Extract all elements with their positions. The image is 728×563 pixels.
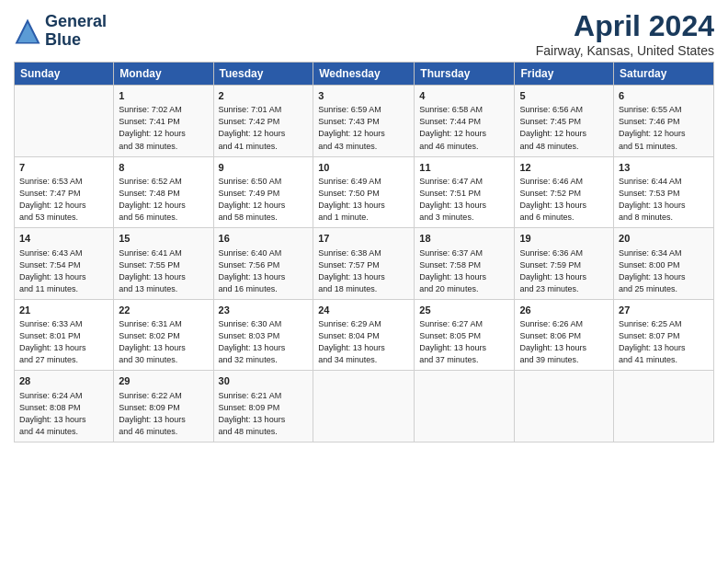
day-number: 27 [619, 304, 709, 317]
col-header-friday: Friday [515, 63, 614, 86]
day-cell: 23Sunrise: 6:30 AM Sunset: 8:03 PM Dayli… [213, 299, 313, 371]
day-number: 24 [318, 304, 409, 317]
day-info: Sunrise: 6:21 AM Sunset: 8:09 PM Dayligh… [219, 390, 309, 438]
day-info: Sunrise: 6:55 AM Sunset: 7:46 PM Dayligh… [619, 104, 709, 152]
day-cell [15, 86, 114, 157]
day-cell: 7Sunrise: 6:53 AM Sunset: 7:47 PM Daylig… [15, 156, 114, 228]
day-info: Sunrise: 6:37 AM Sunset: 7:58 PM Dayligh… [419, 247, 509, 295]
day-cell: 29Sunrise: 6:22 AM Sunset: 8:09 PM Dayli… [114, 371, 213, 442]
day-cell [515, 371, 614, 442]
day-number: 2 [219, 89, 309, 103]
day-cell: 6Sunrise: 6:55 AM Sunset: 7:46 PM Daylig… [614, 86, 714, 157]
day-number: 29 [119, 374, 208, 388]
day-cell: 25Sunrise: 6:27 AM Sunset: 8:05 PM Dayli… [415, 299, 515, 371]
day-number: 23 [219, 304, 309, 317]
day-cell: 16Sunrise: 6:40 AM Sunset: 7:56 PM Dayli… [213, 228, 313, 300]
week-row-2: 7Sunrise: 6:53 AM Sunset: 7:47 PM Daylig… [15, 156, 714, 228]
day-number: 20 [619, 232, 709, 246]
day-info: Sunrise: 6:59 AM Sunset: 7:43 PM Dayligh… [318, 104, 409, 152]
day-info: Sunrise: 7:01 AM Sunset: 7:42 PM Dayligh… [219, 104, 309, 152]
day-info: Sunrise: 6:25 AM Sunset: 8:07 PM Dayligh… [619, 318, 709, 366]
day-number: 4 [419, 89, 509, 103]
day-number: 16 [219, 232, 309, 246]
day-cell: 11Sunrise: 6:47 AM Sunset: 7:51 PM Dayli… [415, 156, 515, 228]
day-cell: 20Sunrise: 6:34 AM Sunset: 8:00 PM Dayli… [614, 228, 714, 300]
day-number: 10 [318, 161, 409, 175]
header: General Blue April 2024 Fairway, Kansas,… [14, 9, 714, 58]
day-cell: 22Sunrise: 6:31 AM Sunset: 8:02 PM Dayli… [114, 299, 213, 371]
day-number: 12 [519, 161, 609, 175]
col-header-monday: Monday [114, 63, 213, 86]
day-cell: 9Sunrise: 6:50 AM Sunset: 7:49 PM Daylig… [213, 156, 313, 228]
subtitle: Fairway, Kansas, United States [536, 43, 714, 58]
logo: General Blue [14, 13, 107, 50]
day-info: Sunrise: 6:31 AM Sunset: 8:02 PM Dayligh… [119, 318, 208, 366]
day-info: Sunrise: 6:34 AM Sunset: 8:00 PM Dayligh… [619, 247, 709, 295]
col-header-wednesday: Wednesday [313, 63, 415, 86]
day-cell: 8Sunrise: 6:52 AM Sunset: 7:48 PM Daylig… [114, 156, 213, 228]
day-cell: 17Sunrise: 6:38 AM Sunset: 7:57 PM Dayli… [313, 228, 415, 300]
day-info: Sunrise: 7:02 AM Sunset: 7:41 PM Dayligh… [119, 104, 208, 152]
day-info: Sunrise: 6:58 AM Sunset: 7:44 PM Dayligh… [419, 104, 509, 152]
day-cell: 24Sunrise: 6:29 AM Sunset: 8:04 PM Dayli… [313, 299, 415, 371]
day-info: Sunrise: 6:36 AM Sunset: 7:59 PM Dayligh… [519, 247, 609, 295]
day-info: Sunrise: 6:56 AM Sunset: 7:45 PM Dayligh… [519, 104, 609, 152]
day-cell: 10Sunrise: 6:49 AM Sunset: 7:50 PM Dayli… [313, 156, 415, 228]
day-cell [614, 371, 714, 442]
day-info: Sunrise: 6:53 AM Sunset: 7:47 PM Dayligh… [19, 176, 108, 224]
day-cell: 15Sunrise: 6:41 AM Sunset: 7:55 PM Dayli… [114, 228, 213, 300]
week-row-5: 28Sunrise: 6:24 AM Sunset: 8:08 PM Dayli… [15, 371, 714, 442]
day-cell: 27Sunrise: 6:25 AM Sunset: 8:07 PM Dayli… [614, 299, 714, 371]
logo-text: General Blue [45, 13, 107, 50]
day-info: Sunrise: 6:40 AM Sunset: 7:56 PM Dayligh… [219, 247, 309, 295]
day-cell: 12Sunrise: 6:46 AM Sunset: 7:52 PM Dayli… [515, 156, 614, 228]
day-number: 6 [619, 89, 709, 103]
day-number: 11 [419, 161, 509, 175]
day-info: Sunrise: 6:44 AM Sunset: 7:53 PM Dayligh… [619, 176, 709, 224]
day-cell [313, 371, 415, 442]
day-number: 17 [318, 232, 409, 246]
calendar-table: SundayMondayTuesdayWednesdayThursdayFrid… [14, 62, 714, 442]
day-cell: 4Sunrise: 6:58 AM Sunset: 7:44 PM Daylig… [415, 86, 515, 157]
day-info: Sunrise: 6:43 AM Sunset: 7:54 PM Dayligh… [19, 247, 108, 295]
logo-icon [14, 17, 41, 45]
day-number: 9 [219, 161, 309, 175]
day-number: 14 [19, 232, 108, 246]
day-number: 22 [119, 304, 208, 317]
main-title: April 2024 [536, 9, 714, 43]
day-cell: 18Sunrise: 6:37 AM Sunset: 7:58 PM Dayli… [415, 228, 515, 300]
day-info: Sunrise: 6:24 AM Sunset: 8:08 PM Dayligh… [19, 390, 108, 438]
week-row-4: 21Sunrise: 6:33 AM Sunset: 8:01 PM Dayli… [15, 299, 714, 371]
title-block: April 2024 Fairway, Kansas, United State… [536, 9, 714, 58]
day-info: Sunrise: 6:41 AM Sunset: 7:55 PM Dayligh… [119, 247, 208, 295]
day-info: Sunrise: 6:30 AM Sunset: 8:03 PM Dayligh… [219, 318, 309, 366]
day-number: 25 [419, 304, 509, 317]
day-number: 13 [619, 161, 709, 175]
day-info: Sunrise: 6:47 AM Sunset: 7:51 PM Dayligh… [419, 176, 509, 224]
day-number: 18 [419, 232, 509, 246]
day-number: 26 [519, 304, 609, 317]
day-info: Sunrise: 6:27 AM Sunset: 8:05 PM Dayligh… [419, 318, 509, 366]
day-cell: 19Sunrise: 6:36 AM Sunset: 7:59 PM Dayli… [515, 228, 614, 300]
day-cell: 28Sunrise: 6:24 AM Sunset: 8:08 PM Dayli… [15, 371, 114, 442]
day-cell: 5Sunrise: 6:56 AM Sunset: 7:45 PM Daylig… [515, 86, 614, 157]
col-header-sunday: Sunday [15, 63, 114, 86]
day-cell: 1Sunrise: 7:02 AM Sunset: 7:41 PM Daylig… [114, 86, 213, 157]
logo-line1: General [45, 12, 107, 30]
day-cell [415, 371, 515, 442]
day-number: 5 [519, 89, 609, 103]
day-cell: 26Sunrise: 6:26 AM Sunset: 8:06 PM Dayli… [515, 299, 614, 371]
col-header-tuesday: Tuesday [213, 63, 313, 86]
day-info: Sunrise: 6:29 AM Sunset: 8:04 PM Dayligh… [318, 318, 409, 366]
day-number: 19 [519, 232, 609, 246]
day-number: 28 [19, 374, 108, 388]
day-cell: 14Sunrise: 6:43 AM Sunset: 7:54 PM Dayli… [15, 228, 114, 300]
day-cell: 2Sunrise: 7:01 AM Sunset: 7:42 PM Daylig… [213, 86, 313, 157]
day-cell: 3Sunrise: 6:59 AM Sunset: 7:43 PM Daylig… [313, 86, 415, 157]
day-info: Sunrise: 6:46 AM Sunset: 7:52 PM Dayligh… [519, 176, 609, 224]
day-cell: 13Sunrise: 6:44 AM Sunset: 7:53 PM Dayli… [614, 156, 714, 228]
main-container: General Blue April 2024 Fairway, Kansas,… [0, 0, 728, 447]
col-header-thursday: Thursday [415, 63, 515, 86]
day-number: 8 [119, 161, 208, 175]
day-cell: 30Sunrise: 6:21 AM Sunset: 8:09 PM Dayli… [213, 371, 313, 442]
